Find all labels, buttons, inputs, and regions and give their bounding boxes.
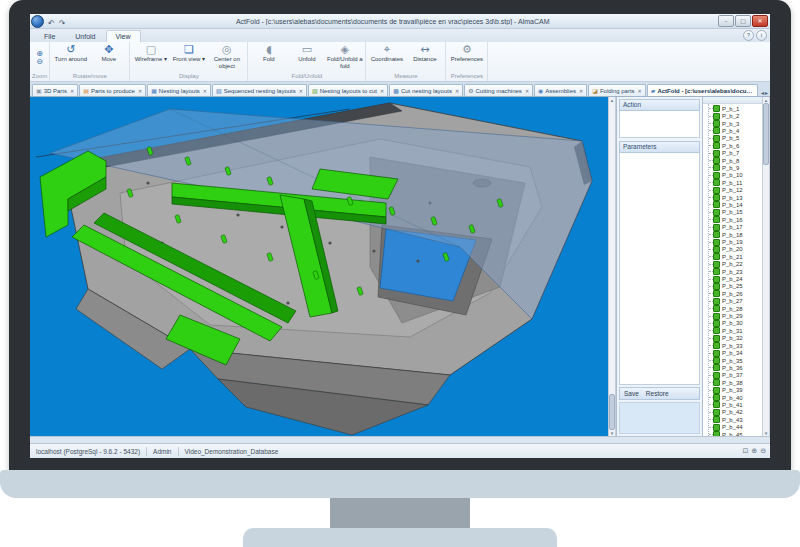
tree-item[interactable]: P_b_5 bbox=[709, 135, 762, 142]
tree-item[interactable]: P_b_16 bbox=[709, 216, 762, 223]
tree-item[interactable]: P_b_27 bbox=[709, 298, 762, 305]
tree-item[interactable]: P_b_3 bbox=[709, 120, 762, 127]
move-button[interactable]: ✥Move bbox=[90, 43, 127, 63]
tree-item[interactable]: P_b_4 bbox=[709, 127, 762, 134]
tree-item[interactable]: P_b_2 bbox=[709, 112, 762, 119]
zoom-in-icon[interactable]: ⊕ bbox=[751, 447, 757, 455]
doc-tab-folding-parts[interactable]: ◪Folding parts✕ bbox=[588, 84, 646, 96]
doc-tab-cutting-machines[interactable]: ⚙Cutting machines✕ bbox=[464, 84, 533, 96]
tree-item[interactable]: P_b_43 bbox=[709, 416, 762, 423]
tree-item[interactable]: P_b_15 bbox=[709, 209, 762, 216]
close-tab-icon[interactable]: ✕ bbox=[455, 88, 459, 94]
doc-tab-nesting-layouts-to-cut[interactable]: ▨Nesting layouts to cut✕ bbox=[308, 84, 388, 96]
tree-item[interactable]: P_b_9 bbox=[709, 164, 762, 171]
tree-item[interactable]: P_b_39 bbox=[709, 386, 762, 393]
tree-item[interactable]: P_b_30 bbox=[709, 320, 762, 327]
tree-item[interactable]: P_b_25 bbox=[709, 283, 762, 290]
wireframe-button[interactable]: ▢Wireframe ▾ bbox=[132, 43, 169, 63]
close-button[interactable]: ✕ bbox=[752, 15, 768, 27]
restore-button[interactable]: Restore bbox=[646, 390, 669, 397]
tree-item[interactable]: P_b_6 bbox=[709, 142, 762, 149]
help-button[interactable]: ? bbox=[743, 30, 754, 41]
tree-item[interactable]: P_b_24 bbox=[709, 275, 762, 282]
tree-item[interactable]: P_b_32 bbox=[709, 335, 762, 342]
tree-item[interactable]: P_b_20 bbox=[709, 246, 762, 253]
close-tab-icon[interactable]: ✕ bbox=[70, 88, 74, 94]
minimize-button[interactable]: – bbox=[718, 15, 734, 27]
doc-tab-assemblies[interactable]: ◉Assemblies✕ bbox=[534, 84, 587, 96]
tree-item[interactable]: P_b_11 bbox=[709, 179, 762, 186]
unfold-button[interactable]: ▭Unfold bbox=[288, 43, 325, 63]
info-button[interactable]: i bbox=[756, 30, 767, 41]
tree-item[interactable]: P_b_14 bbox=[709, 201, 762, 208]
close-tab-icon[interactable]: ✕ bbox=[299, 88, 303, 94]
tab-scroll-left-icon[interactable]: ◂ bbox=[761, 89, 764, 96]
tree-scrollbar[interactable]: ▴ ▾ bbox=[762, 97, 770, 436]
tree-item[interactable]: P_b_19 bbox=[709, 238, 762, 245]
tree-item[interactable]: P_b_28 bbox=[709, 305, 762, 312]
app-orb-button[interactable] bbox=[31, 15, 44, 28]
save-button[interactable]: Save bbox=[624, 390, 639, 397]
tree-item[interactable]: P_b_21 bbox=[709, 253, 762, 260]
coordinates-button[interactable]: ⌖Coordinates bbox=[368, 43, 405, 63]
tree-item[interactable]: P_b_7 bbox=[709, 149, 762, 156]
tree-item[interactable]: P_b_8 bbox=[709, 157, 762, 164]
scrollbar-thumb[interactable] bbox=[763, 103, 769, 165]
tree-item[interactable]: P_b_13 bbox=[709, 194, 762, 201]
close-tab-icon[interactable]: ✕ bbox=[579, 88, 583, 94]
viewport-scrollbar[interactable]: ▴ ▾ bbox=[608, 97, 616, 436]
tree-item[interactable]: P_b_38 bbox=[709, 379, 762, 386]
tree-item[interactable]: P_b_18 bbox=[709, 231, 762, 238]
tree-item[interactable]: P_b_42 bbox=[709, 409, 762, 416]
doc-tab-parts-to-produce[interactable]: ▤Parts to produce✕ bbox=[79, 84, 146, 96]
tree-item[interactable]: P_b_44 bbox=[709, 423, 762, 430]
viewport-3d[interactable] bbox=[30, 97, 608, 436]
menu-tab-unfold[interactable]: Unfold bbox=[65, 30, 105, 42]
tree-item[interactable]: P_b_1 bbox=[709, 105, 762, 112]
tree-item[interactable]: P_b_40 bbox=[709, 394, 762, 401]
fold-button[interactable]: ◖Fold bbox=[250, 43, 287, 63]
close-tab-icon[interactable]: ✕ bbox=[638, 88, 642, 94]
redo-icon[interactable]: ↷ bbox=[57, 19, 68, 28]
doc-tab-nesting-layouts[interactable]: ▦Nesting layouts✕ bbox=[147, 84, 211, 96]
parameters-panel-header[interactable]: Parameters bbox=[619, 141, 700, 153]
front-view-button[interactable]: ❏Front view ▾ bbox=[170, 43, 207, 63]
action-panel-header[interactable]: Action bbox=[619, 99, 700, 111]
scrollbar-thumb[interactable] bbox=[609, 394, 615, 430]
tree-item[interactable]: P_b_17 bbox=[709, 224, 762, 231]
close-tab-icon[interactable]: ✕ bbox=[203, 88, 207, 94]
tree-item[interactable]: P_b_12 bbox=[709, 186, 762, 193]
center-on-object-button[interactable]: ◎Center on object bbox=[208, 43, 245, 69]
tree-item[interactable]: P_b_10 bbox=[709, 172, 762, 179]
tree-item[interactable]: P_b_33 bbox=[709, 342, 762, 349]
close-tab-icon[interactable]: ✕ bbox=[380, 88, 384, 94]
menu-tab-file[interactable]: File bbox=[34, 30, 65, 42]
tree-item[interactable]: P_b_36 bbox=[709, 364, 762, 371]
doc-tab-3d-parts[interactable]: ▣3D Parts✕ bbox=[32, 84, 78, 96]
zoom-out-icon[interactable]: ⊖ bbox=[760, 447, 766, 455]
tree-item[interactable]: P_b_29 bbox=[709, 312, 762, 319]
scroll-up-icon[interactable]: ▴ bbox=[611, 97, 614, 103]
close-tab-icon[interactable]: ✕ bbox=[525, 88, 529, 94]
doc-tab-sequenced-nesting-layouts[interactable]: ▧Sequenced nesting layouts✕ bbox=[212, 84, 307, 96]
menu-tab-view[interactable]: View bbox=[106, 30, 141, 42]
distance-button[interactable]: ↔Distance bbox=[406, 43, 443, 63]
tree-item[interactable]: P_b_23 bbox=[709, 268, 762, 275]
close-tab-icon[interactable]: ✕ bbox=[138, 88, 142, 94]
fold-unfold-a-fold-button[interactable]: ◈Fold/Unfold a fold bbox=[326, 43, 363, 69]
tree-item[interactable]: P_b_41 bbox=[709, 401, 762, 408]
tree-item[interactable]: P_b_22 bbox=[709, 261, 762, 268]
tree-item[interactable]: P_b_26 bbox=[709, 290, 762, 297]
tab-scroll-right-icon[interactable]: ▸ bbox=[765, 89, 768, 96]
doc-tab-actfold-c-users-alebas-docum[interactable]: ▰ActFold - [c:\users\alebas\documents\do… bbox=[647, 84, 758, 96]
zoom-out-button[interactable]: ⊖ bbox=[33, 58, 46, 66]
tree-item[interactable]: P_b_35 bbox=[709, 357, 762, 364]
tree-item[interactable]: P_b_31 bbox=[709, 327, 762, 334]
tree-item[interactable]: P_b_34 bbox=[709, 349, 762, 356]
maximize-button[interactable]: ▢ bbox=[735, 15, 751, 27]
undo-icon[interactable]: ↶ bbox=[46, 19, 57, 28]
preferences-button[interactable]: ⚙Preferences bbox=[448, 43, 485, 63]
turn-around-button[interactable]: ↺Turn around bbox=[52, 43, 89, 63]
tree-item[interactable]: P_b_37 bbox=[709, 372, 762, 379]
doc-tab-cut-nesting-layouts[interactable]: ▩Cut nesting layouts✕ bbox=[389, 84, 463, 96]
